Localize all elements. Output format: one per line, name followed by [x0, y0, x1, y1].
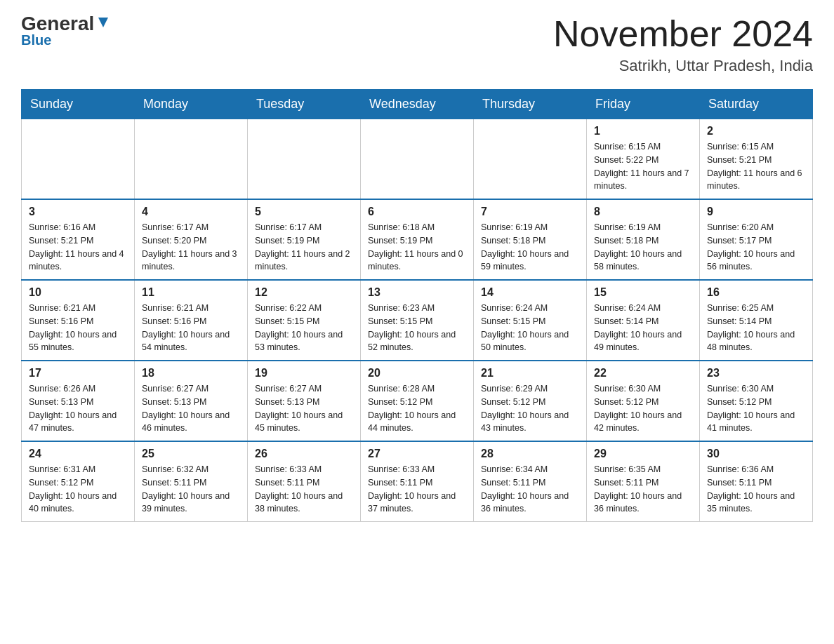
- calendar-cell: 9Sunrise: 6:20 AM Sunset: 5:17 PM Daylig…: [700, 199, 813, 280]
- day-number: 29: [594, 448, 692, 460]
- day-info: Sunrise: 6:35 AM Sunset: 5:11 PM Dayligh…: [594, 463, 692, 516]
- day-info: Sunrise: 6:27 AM Sunset: 5:13 PM Dayligh…: [142, 382, 240, 435]
- day-header-monday: Monday: [135, 90, 248, 119]
- day-info: Sunrise: 6:23 AM Sunset: 5:15 PM Dayligh…: [368, 302, 466, 354]
- day-number: 14: [481, 286, 579, 299]
- day-info: Sunrise: 6:19 AM Sunset: 5:18 PM Dayligh…: [481, 221, 579, 274]
- calendar-cell: 25Sunrise: 6:32 AM Sunset: 5:11 PM Dayli…: [135, 441, 248, 522]
- day-info: Sunrise: 6:21 AM Sunset: 5:16 PM Dayligh…: [142, 302, 240, 354]
- calendar-cell: 15Sunrise: 6:24 AM Sunset: 5:14 PM Dayli…: [587, 280, 700, 361]
- day-info: Sunrise: 6:28 AM Sunset: 5:12 PM Dayligh…: [368, 382, 466, 435]
- svg-marker-0: [98, 18, 108, 27]
- day-info: Sunrise: 6:31 AM Sunset: 5:12 PM Dayligh…: [29, 463, 127, 516]
- calendar-cell: 18Sunrise: 6:27 AM Sunset: 5:13 PM Dayli…: [135, 361, 248, 441]
- location-title: Satrikh, Uttar Pradesh, India: [553, 57, 813, 75]
- day-info: Sunrise: 6:18 AM Sunset: 5:19 PM Dayligh…: [368, 221, 466, 274]
- day-info: Sunrise: 6:19 AM Sunset: 5:18 PM Dayligh…: [594, 221, 692, 274]
- calendar-cell: 1Sunrise: 6:15 AM Sunset: 5:22 PM Daylig…: [587, 119, 700, 200]
- day-number: 2: [707, 125, 805, 137]
- day-number: 16: [707, 286, 805, 299]
- day-number: 15: [594, 286, 692, 299]
- day-number: 1: [594, 125, 692, 137]
- day-info: Sunrise: 6:36 AM Sunset: 5:11 PM Dayligh…: [707, 463, 805, 516]
- day-number: 12: [255, 286, 353, 299]
- header: General Blue November 2024 Satrikh, Utta…: [21, 14, 813, 75]
- calendar-cell: 13Sunrise: 6:23 AM Sunset: 5:15 PM Dayli…: [361, 280, 474, 361]
- calendar-cell: [361, 119, 474, 200]
- day-number: 3: [29, 206, 127, 218]
- calendar-cell: 5Sunrise: 6:17 AM Sunset: 5:19 PM Daylig…: [248, 199, 361, 280]
- day-info: Sunrise: 6:33 AM Sunset: 5:11 PM Dayligh…: [255, 463, 353, 516]
- day-number: 21: [481, 367, 579, 380]
- week-row-5: 24Sunrise: 6:31 AM Sunset: 5:12 PM Dayli…: [22, 441, 813, 522]
- day-number: 22: [594, 367, 692, 380]
- calendar-cell: 12Sunrise: 6:22 AM Sunset: 5:15 PM Dayli…: [248, 280, 361, 361]
- day-number: 13: [368, 286, 466, 299]
- days-of-week-row: SundayMondayTuesdayWednesdayThursdayFrid…: [22, 90, 813, 119]
- day-info: Sunrise: 6:24 AM Sunset: 5:14 PM Dayligh…: [594, 302, 692, 354]
- logo-sub-text: Blue: [21, 32, 51, 48]
- calendar-cell: 29Sunrise: 6:35 AM Sunset: 5:11 PM Dayli…: [587, 441, 700, 522]
- calendar-cell: 21Sunrise: 6:29 AM Sunset: 5:12 PM Dayli…: [474, 361, 587, 441]
- day-number: 4: [142, 206, 240, 218]
- day-number: 5: [255, 206, 353, 218]
- calendar-cell: [22, 119, 135, 200]
- day-number: 27: [368, 448, 466, 460]
- day-info: Sunrise: 6:34 AM Sunset: 5:11 PM Dayligh…: [481, 463, 579, 516]
- day-number: 20: [368, 367, 466, 380]
- day-number: 26: [255, 448, 353, 460]
- day-info: Sunrise: 6:30 AM Sunset: 5:12 PM Dayligh…: [707, 382, 805, 435]
- calendar-cell: 14Sunrise: 6:24 AM Sunset: 5:15 PM Dayli…: [474, 280, 587, 361]
- day-number: 8: [594, 206, 692, 218]
- day-info: Sunrise: 6:16 AM Sunset: 5:21 PM Dayligh…: [29, 221, 127, 274]
- day-header-thursday: Thursday: [474, 90, 587, 119]
- calendar-cell: 2Sunrise: 6:15 AM Sunset: 5:21 PM Daylig…: [700, 119, 813, 200]
- day-header-tuesday: Tuesday: [248, 90, 361, 119]
- week-row-2: 3Sunrise: 6:16 AM Sunset: 5:21 PM Daylig…: [22, 199, 813, 280]
- calendar-cell: 16Sunrise: 6:25 AM Sunset: 5:14 PM Dayli…: [700, 280, 813, 361]
- logo-triangle-icon: [95, 15, 111, 30]
- calendar-cell: 17Sunrise: 6:26 AM Sunset: 5:13 PM Dayli…: [22, 361, 135, 441]
- calendar-cell: [474, 119, 587, 200]
- day-number: 30: [707, 448, 805, 460]
- day-info: Sunrise: 6:15 AM Sunset: 5:21 PM Dayligh…: [707, 140, 805, 193]
- calendar-cell: 20Sunrise: 6:28 AM Sunset: 5:12 PM Dayli…: [361, 361, 474, 441]
- day-info: Sunrise: 6:26 AM Sunset: 5:13 PM Dayligh…: [29, 382, 127, 435]
- calendar-cell: 6Sunrise: 6:18 AM Sunset: 5:19 PM Daylig…: [361, 199, 474, 280]
- calendar-cell: 19Sunrise: 6:27 AM Sunset: 5:13 PM Dayli…: [248, 361, 361, 441]
- week-row-3: 10Sunrise: 6:21 AM Sunset: 5:16 PM Dayli…: [22, 280, 813, 361]
- calendar-cell: 7Sunrise: 6:19 AM Sunset: 5:18 PM Daylig…: [474, 199, 587, 280]
- day-info: Sunrise: 6:30 AM Sunset: 5:12 PM Dayligh…: [594, 382, 692, 435]
- day-number: 24: [29, 448, 127, 460]
- day-info: Sunrise: 6:27 AM Sunset: 5:13 PM Dayligh…: [255, 382, 353, 435]
- day-number: 9: [707, 206, 805, 218]
- calendar-cell: 11Sunrise: 6:21 AM Sunset: 5:16 PM Dayli…: [135, 280, 248, 361]
- day-header-wednesday: Wednesday: [361, 90, 474, 119]
- week-row-1: 1Sunrise: 6:15 AM Sunset: 5:22 PM Daylig…: [22, 119, 813, 200]
- day-header-friday: Friday: [587, 90, 700, 119]
- day-number: 23: [707, 367, 805, 380]
- calendar-cell: 23Sunrise: 6:30 AM Sunset: 5:12 PM Dayli…: [700, 361, 813, 441]
- calendar-cell: [248, 119, 361, 200]
- day-number: 18: [142, 367, 240, 380]
- day-info: Sunrise: 6:32 AM Sunset: 5:11 PM Dayligh…: [142, 463, 240, 516]
- day-info: Sunrise: 6:22 AM Sunset: 5:15 PM Dayligh…: [255, 302, 353, 354]
- calendar-cell: 27Sunrise: 6:33 AM Sunset: 5:11 PM Dayli…: [361, 441, 474, 522]
- day-header-saturday: Saturday: [700, 90, 813, 119]
- day-number: 11: [142, 286, 240, 299]
- day-info: Sunrise: 6:21 AM Sunset: 5:16 PM Dayligh…: [29, 302, 127, 354]
- calendar-cell: 26Sunrise: 6:33 AM Sunset: 5:11 PM Dayli…: [248, 441, 361, 522]
- calendar-cell: 10Sunrise: 6:21 AM Sunset: 5:16 PM Dayli…: [22, 280, 135, 361]
- calendar-cell: 4Sunrise: 6:17 AM Sunset: 5:20 PM Daylig…: [135, 199, 248, 280]
- day-number: 25: [142, 448, 240, 460]
- calendar-cell: 8Sunrise: 6:19 AM Sunset: 5:18 PM Daylig…: [587, 199, 700, 280]
- day-info: Sunrise: 6:33 AM Sunset: 5:11 PM Dayligh…: [368, 463, 466, 516]
- day-number: 19: [255, 367, 353, 380]
- week-row-4: 17Sunrise: 6:26 AM Sunset: 5:13 PM Dayli…: [22, 361, 813, 441]
- title-area: November 2024 Satrikh, Uttar Pradesh, In…: [553, 14, 813, 75]
- calendar-cell: 22Sunrise: 6:30 AM Sunset: 5:12 PM Dayli…: [587, 361, 700, 441]
- day-info: Sunrise: 6:24 AM Sunset: 5:15 PM Dayligh…: [481, 302, 579, 354]
- calendar-table: SundayMondayTuesdayWednesdayThursdayFrid…: [21, 89, 813, 522]
- day-info: Sunrise: 6:29 AM Sunset: 5:12 PM Dayligh…: [481, 382, 579, 435]
- logo: General Blue: [21, 14, 111, 48]
